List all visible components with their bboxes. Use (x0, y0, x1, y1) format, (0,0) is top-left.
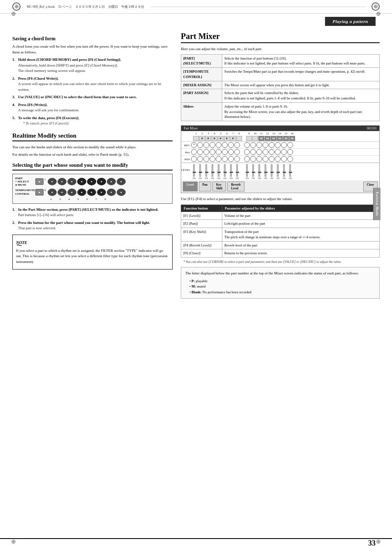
step-2-detail: A screen will appear in which you can se… (18, 82, 161, 92)
knob-key-4 (210, 149, 215, 155)
pm-rev-label: REV (181, 144, 191, 147)
knob-pan-11 (256, 156, 262, 162)
pm-pan-knobs (191, 156, 379, 162)
slider-13[interactable]: 100 (269, 164, 274, 180)
info-item-2: Blank: No performance has been recorded (189, 290, 375, 295)
table2-val-2: Transposition of the part The pitch will… (222, 228, 380, 242)
pbd-btn-2[interactable]: ● (58, 178, 67, 185)
table2-key-1: [F2 (Pan)] (181, 220, 222, 228)
pm-btn-pan[interactable]: Pan (199, 182, 212, 191)
sp-step-1-heading: In the Part Mixer section, press [PART] … (18, 207, 158, 212)
pbd-btn-7[interactable]: ● (107, 178, 116, 185)
pbd-top-buttons: ■ 1● ● ● ● ● ● ● ● (35, 178, 126, 185)
knob-rev-14 (275, 142, 281, 148)
knob-rev-15 (281, 142, 287, 148)
slider-2[interactable]: 100 (197, 164, 203, 180)
slider-16[interactable]: 100 (287, 164, 293, 180)
slider-3[interactable]: 100 (203, 164, 209, 180)
knob-rev-13 (269, 142, 274, 148)
pm-btn-level[interactable]: Level (183, 182, 198, 191)
slider-10[interactable]: 100 (250, 164, 256, 180)
knob-pan-2 (197, 156, 203, 162)
knob-rev-8 (234, 142, 240, 148)
pm-rev-knobs (191, 142, 379, 148)
knob-key-2 (197, 149, 203, 155)
page-footer: 33 (0, 538, 392, 548)
step-1-detail: Alternatively, hold down [SHIFT] and pre… (18, 63, 118, 67)
knob-rev-16 (287, 142, 293, 148)
pbd-btn-16[interactable]: ● (117, 189, 126, 196)
part-mixer-title: Part Mixer (181, 32, 380, 43)
pbd-btn-1[interactable]: ● (48, 178, 57, 185)
pbd-btn-12[interactable]: ● (77, 189, 86, 196)
pbd-label-tempo: TEMPO/MUTECONTROL (15, 189, 34, 196)
knob-pan-8 (234, 156, 240, 162)
knob-pan-14 (275, 156, 281, 162)
pbd-btn-4[interactable]: ● (77, 178, 86, 185)
slider-8[interactable]: 100 (234, 164, 240, 180)
pbd-btn-15[interactable]: ● (107, 189, 116, 196)
slider-5[interactable]: 100 (216, 164, 221, 180)
pbd-btn-10[interactable]: ● (58, 189, 67, 196)
slider-6[interactable]: 100 (222, 164, 228, 180)
knob-pan-12 (263, 156, 268, 162)
pm-btn-keyshift[interactable]: KeyShift (212, 182, 226, 191)
pbd-btn-5[interactable]: ● (87, 178, 96, 185)
pbd-row-bottom: TEMPO/MUTECONTROL ■ 9 ● ● ● ● ● ● (15, 189, 170, 196)
main-content: Saving a chord form A chord form you cre… (0, 28, 392, 307)
saving-chord-steps: 1. Hold down [CHORD MEMORY] and press [F… (12, 57, 173, 127)
func-table-header-2: Parameter adjusted by the sliders (222, 205, 380, 212)
pm-sliders: 100 100 (191, 164, 379, 180)
step-1-heading: Hold down [CHORD MEMORY] and press [F6 (… (18, 58, 121, 62)
left-column: Saving a chord form A chord form you cre… (12, 32, 173, 299)
knob-rev-9 (244, 142, 250, 148)
pm-status-letters: P P P P P P M M M M M (193, 136, 378, 141)
knob-pan-13 (269, 156, 274, 162)
realtime-modify-title: Realtime Modify section (12, 132, 173, 141)
pbd-btn-11[interactable]: ● (67, 189, 76, 196)
slider-11[interactable]: 100 (256, 164, 262, 180)
knob-rev-5 (216, 142, 221, 148)
slider-7[interactable]: 100 (228, 164, 234, 180)
knob-pan-10 (250, 156, 256, 162)
pbd-btn-6[interactable]: ● (97, 178, 106, 185)
book-info: MC-909_Ref_e.book 33 ページ ２００５年３月１日 火曜日 午… (27, 5, 144, 9)
pbd-btn-3[interactable]: ● (67, 178, 76, 185)
pm-status-row: P P P P P P M M M M M (181, 136, 379, 142)
info-box: The letter displayed below the part numb… (181, 267, 380, 299)
slider-9[interactable]: 100 (244, 164, 250, 180)
slider-14[interactable]: 100 (275, 164, 281, 180)
slider-12[interactable]: 100 (263, 164, 268, 180)
knob-key-11 (256, 149, 262, 155)
table2-key-2: [F3 (Key Shift)] (181, 228, 222, 242)
pm-status-5: P (218, 136, 224, 141)
table1-key-1: [TEMPO/MUTE CONTROL] (181, 68, 222, 81)
pm-key-knobs (191, 149, 379, 155)
svg-text:NOTE: NOTE (16, 240, 28, 245)
knob-pan-9 (244, 156, 250, 162)
slider-1[interactable]: 100 (191, 164, 197, 180)
pm-status-6: P (224, 136, 230, 141)
pm-btn-reverb[interactable]: ReverbLevel (227, 182, 244, 191)
table2-val-3: Reverb level of the part (222, 241, 380, 249)
pbd-btn-14[interactable]: ● (97, 189, 106, 196)
pm-status-9 (246, 136, 252, 141)
slider-4[interactable]: 100 (210, 164, 215, 180)
knob-key-14 (275, 149, 281, 155)
pbd-btn-13[interactable]: ● (87, 189, 96, 196)
note-icon-svg: NOTE (16, 237, 30, 246)
pbd-btn-9[interactable]: ● (48, 189, 57, 196)
table2-row-2: [F3 (Key Shift)]Transposition of the par… (181, 228, 380, 242)
part-mixer-table1: [PART] (SELECT/MUTE)Selects the function… (181, 54, 380, 122)
page-container: ⊕ ⊕ ⊕ ⊕ ⊕ MC-909_Ref_e.book 33 ページ ２００５年… (0, 0, 392, 555)
knob-rev-12 (263, 142, 268, 148)
pbd-btn-8[interactable]: ● (117, 178, 126, 185)
knob-key-7 (228, 149, 234, 155)
pm-status-7: P (230, 136, 236, 141)
knob-pan-15 (281, 156, 287, 162)
knob-rev-2 (197, 142, 203, 148)
pm-status-3: P (205, 136, 211, 141)
slider-15[interactable]: 100 (281, 164, 287, 180)
step-4-heading: Press [F6 (Write)]. (18, 103, 47, 107)
pbd-bottom-buttons: ■ 9 ● ● ● ● ● ● ● ● (35, 189, 126, 196)
